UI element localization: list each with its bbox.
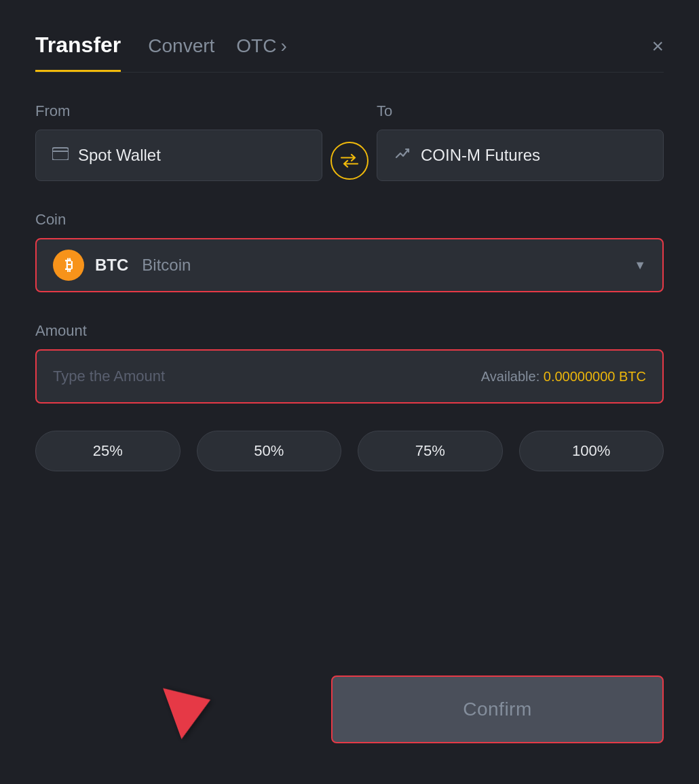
coin-selector[interactable]: ₿ BTC Bitcoin ▼ <box>35 238 664 292</box>
coin-label: Coin <box>35 211 66 228</box>
chevron-down-icon: ▼ <box>634 258 646 273</box>
arrow-indicator <box>171 680 212 737</box>
from-label: From <box>35 102 322 120</box>
amount-input[interactable] <box>53 368 481 385</box>
btc-icon: ₿ <box>53 250 84 281</box>
percent-50-button[interactable]: 50% <box>197 431 342 471</box>
red-arrow-icon <box>163 674 220 739</box>
available-value: 0.00000000 BTC <box>544 369 646 384</box>
amount-input-wrapper: Available: 0.00000000 BTC <box>35 349 664 404</box>
futures-icon <box>394 145 411 165</box>
to-wallet-selector[interactable]: COIN-M Futures <box>377 130 664 181</box>
amount-label: Amount <box>35 322 87 339</box>
from-block: From Spot Wallet <box>35 102 322 181</box>
percent-25-button[interactable]: 25% <box>35 431 181 471</box>
transfer-modal: Transfer Convert OTC › × From Spot Walle… <box>0 0 699 784</box>
swap-button[interactable] <box>330 142 369 180</box>
svg-rect-0 <box>52 148 69 160</box>
to-label: To <box>377 102 664 120</box>
percent-75-button[interactable]: 75% <box>358 431 503 471</box>
wallet-icon <box>52 146 69 164</box>
tab-otc[interactable]: OTC › <box>236 35 286 69</box>
confirm-button[interactable]: Confirm <box>331 675 664 743</box>
from-wallet-selector[interactable]: Spot Wallet <box>35 130 322 181</box>
bottom-area: Confirm <box>35 662 664 743</box>
from-to-section: From Spot Wallet To <box>35 102 664 181</box>
available-text: Available: 0.00000000 BTC <box>481 369 646 385</box>
to-block: To COIN-M Futures <box>377 102 664 181</box>
tab-transfer[interactable]: Transfer <box>35 33 121 72</box>
amount-section: Amount Available: 0.00000000 BTC <box>35 322 664 404</box>
coin-full-name: Bitcoin <box>142 256 191 275</box>
tab-convert[interactable]: Convert <box>148 35 214 69</box>
percent-buttons: 25% 50% 75% 100% <box>35 431 664 471</box>
swap-wrapper <box>322 142 377 181</box>
percent-100-button[interactable]: 100% <box>519 431 664 471</box>
coin-section: Coin ₿ BTC Bitcoin ▼ <box>35 211 664 292</box>
modal-header: Transfer Convert OTC › × <box>35 33 664 72</box>
close-button[interactable]: × <box>651 36 664 68</box>
from-wallet-label: Spot Wallet <box>78 146 161 165</box>
to-wallet-label: COIN-M Futures <box>421 146 540 165</box>
header-divider <box>35 72 664 73</box>
coin-symbol: BTC <box>95 256 128 275</box>
